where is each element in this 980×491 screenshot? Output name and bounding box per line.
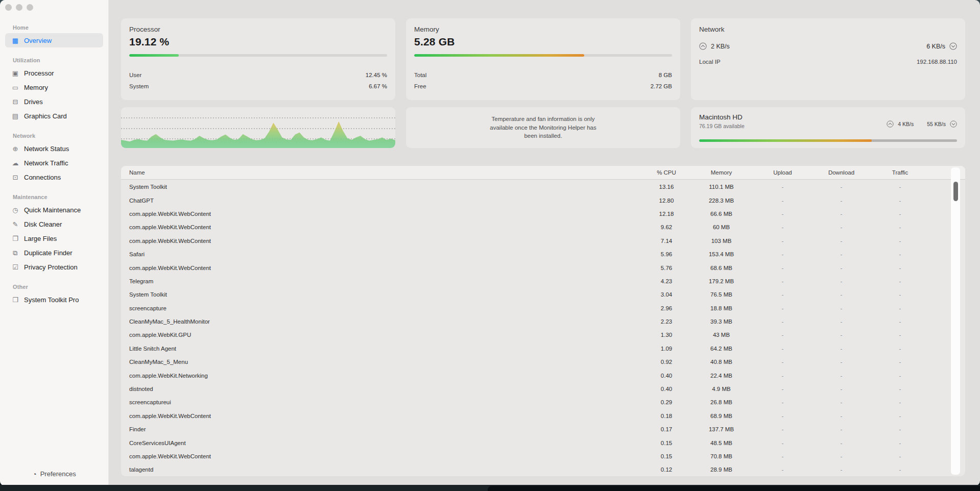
column-header-cpu[interactable]: % CPU <box>643 169 689 176</box>
cell-process-name: System Toolkit <box>121 184 643 190</box>
cell-memory: 40.8 MB <box>689 359 753 365</box>
table-row[interactable]: screencapture 2.96 18.8 MB - - - <box>121 302 965 315</box>
table-row[interactable]: com.apple.WebKit.Networking 0.40 22.4 MB… <box>121 369 965 382</box>
network-download-speed: 6 KB/s <box>926 43 945 50</box>
sidebar-item[interactable]: ◷ Quick Maintenance <box>5 203 103 217</box>
sidebar-item[interactable]: ⊡ Connections <box>5 170 103 184</box>
cell-upload: - <box>753 265 812 271</box>
cell-memory: 39.3 MB <box>689 318 753 325</box>
network-card-title: Network <box>699 26 957 33</box>
table-row[interactable]: System Toolkit 13.16 110.1 MB - - - <box>121 180 965 193</box>
cell-traffic: - <box>871 467 929 473</box>
zoom-window-button[interactable] <box>27 4 33 11</box>
table-row[interactable]: System Toolkit 3.04 76.5 MB - - - <box>121 288 965 301</box>
cell-process-name: com.apple.WebKit.WebContent <box>121 265 643 271</box>
sidebar-item[interactable]: ⧉ Duplicate Finder <box>5 245 103 260</box>
table-row[interactable]: Little Snitch Agent 1.09 64.2 MB - - - <box>121 342 965 355</box>
sidebar-item-label: Overview <box>24 37 52 44</box>
sidebar-item[interactable]: ⊕ Network Status <box>5 141 103 156</box>
minimize-window-button[interactable] <box>16 4 22 11</box>
table-row[interactable]: Safari 5.96 153.4 MB - - - <box>121 248 965 261</box>
table-scrollbar[interactable] <box>951 167 960 475</box>
sidebar-item[interactable]: ▤ Graphics Card <box>5 109 103 123</box>
drive-icon: ⊟ <box>11 99 19 105</box>
cell-memory: 110.1 MB <box>689 184 753 190</box>
table-row[interactable]: com.apple.WebKit.WebContent 5.76 68.6 MB… <box>121 261 965 274</box>
cell-cpu: 1.09 <box>643 346 689 352</box>
sidebar-item[interactable]: ☑ Privacy Protection <box>5 260 103 274</box>
detail-value: 12.45 % <box>366 72 387 78</box>
sidebar-item[interactable]: ❒ System Toolkit Pro <box>5 292 103 307</box>
processor-card-title: Processor <box>129 26 387 33</box>
table-row[interactable]: CleanMyMac_5_Menu 0.92 40.8 MB - - - <box>121 355 965 369</box>
cell-download: - <box>812 251 871 257</box>
cell-process-name: CoreServicesUIAgent <box>121 440 643 446</box>
memory-detail-row: Free 2.72 GB <box>414 81 672 92</box>
cell-upload: - <box>753 211 812 217</box>
sidebar-item-label: Memory <box>24 84 48 91</box>
table-scrollbar-thumb[interactable] <box>953 182 958 201</box>
cell-upload: - <box>753 373 812 379</box>
cell-download: - <box>812 184 871 190</box>
process-table-body: System Toolkit 13.16 110.1 MB - - - Chat… <box>121 180 965 476</box>
disk-read-cell: 4 KB/s <box>887 120 914 128</box>
sidebar-item[interactable]: ▦ Overview <box>5 33 103 47</box>
table-row[interactable]: ChatGPT 12.80 228.3 MB - - - <box>121 193 965 207</box>
main-content: Processor 19.12 % User 12.45 % <box>121 0 965 486</box>
table-row[interactable]: com.apple.WebKit.WebContent 0.18 68.9 MB… <box>121 409 965 423</box>
cell-download: - <box>812 278 871 284</box>
cell-cpu: 1.30 <box>643 332 689 338</box>
table-row[interactable]: com.apple.WebKit.GPU 1.30 43 MB - - - <box>121 328 965 341</box>
table-row[interactable]: CleanMyMac_5_HealthMonitor 2.23 39.3 MB … <box>121 315 965 328</box>
cell-process-name: Little Snitch Agent <box>121 346 643 352</box>
cell-cpu: 0.92 <box>643 359 689 365</box>
table-row[interactable]: screencaptureui 0.29 26.8 MB - - - <box>121 396 965 409</box>
circle-arrow-up-icon <box>887 120 894 128</box>
table-row[interactable]: distnoted 0.40 4.9 MB - - - <box>121 382 965 396</box>
processor-usage-bar <box>129 54 387 57</box>
close-window-button[interactable] <box>5 4 12 11</box>
preferences-button[interactable]: ◔ Preferences <box>0 470 108 478</box>
table-row[interactable]: com.apple.WebKit.WebContent 7.14 103 MB … <box>121 234 965 248</box>
column-header-traffic[interactable]: Traffic <box>871 169 929 176</box>
cell-cpu: 13.16 <box>643 184 689 190</box>
column-header-name[interactable]: Name <box>121 169 643 176</box>
sidebar-item[interactable]: ✎ Disk Cleaner <box>5 217 103 231</box>
monitoring-helper-message-card: Temperature and fan information is only … <box>406 107 680 148</box>
table-row[interactable]: com.apple.WebKit.WebContent 12.18 66.6 M… <box>121 207 965 220</box>
sidebar-item[interactable]: ⊟ Drives <box>5 94 103 109</box>
column-header-download[interactable]: Download <box>812 169 871 176</box>
cell-download: - <box>812 265 871 271</box>
disk-card: Macintosh HD 76.19 GB available 4 KB/s 5… <box>691 107 965 148</box>
cell-download: - <box>812 399 871 405</box>
table-row[interactable]: CoreServicesUIAgent 0.15 48.5 MB - - - <box>121 436 965 449</box>
cpu-history-area-chart <box>121 107 395 148</box>
disk-info: Macintosh HD 76.19 GB available <box>699 113 745 129</box>
sidebar-item[interactable]: ❐ Large Files <box>5 231 103 245</box>
table-row[interactable]: Finder 0.17 137.7 MB - - - <box>121 423 965 436</box>
column-header-memory[interactable]: Memory <box>689 169 753 176</box>
column-header-upload[interactable]: Upload <box>753 169 812 176</box>
cell-traffic: - <box>871 359 929 365</box>
circle-arrow-up-icon <box>699 42 707 50</box>
table-row[interactable]: talagentd 0.12 28.9 MB - - - <box>121 463 965 476</box>
sidebar-item[interactable]: ☁ Network Traffic <box>5 156 103 170</box>
detail-label: User <box>129 72 141 78</box>
process-table-header: Name % CPU Memory Upload Download Traffi… <box>121 166 965 180</box>
cell-memory: 228.3 MB <box>689 198 753 204</box>
sidebar-section-network: Network ⊕ Network Status ☁ Network Traff… <box>0 133 108 184</box>
sidebar-item[interactable]: ▣ Processor <box>5 66 103 80</box>
cell-cpu: 0.15 <box>643 440 689 446</box>
sidebar-item[interactable]: ▭ Memory <box>5 80 103 94</box>
processor-detail-row: System 6.67 % <box>129 81 387 92</box>
table-row[interactable]: Telegram 4.23 179.2 MB - - - <box>121 275 965 288</box>
app-box-icon: ❒ <box>11 297 19 303</box>
cell-traffic: - <box>871 224 929 230</box>
sidebar-item-label: Network Traffic <box>24 159 68 167</box>
cell-traffic: - <box>871 440 929 446</box>
table-row[interactable]: com.apple.WebKit.WebContent 0.15 70.8 MB… <box>121 450 965 463</box>
cell-memory: 68.9 MB <box>689 413 753 419</box>
table-row[interactable]: com.apple.WebKit.WebContent 9.62 60 MB -… <box>121 220 965 234</box>
cell-upload: - <box>753 184 812 190</box>
cell-traffic: - <box>871 346 929 352</box>
